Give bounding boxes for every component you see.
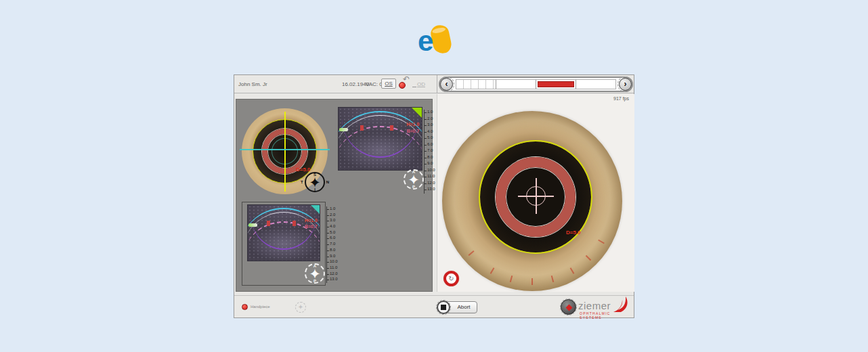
rim-ink-mark	[531, 278, 533, 285]
od-eye-button[interactable]: OD	[417, 81, 425, 87]
topbar-divider	[437, 75, 437, 93]
replay-record-button[interactable]: ↻	[443, 271, 459, 286]
top-bar: John Sm. Jr 16.02.1940 VAC: 0.28 OS ↶ OD…	[234, 75, 634, 93]
record-diamond-icon	[566, 305, 573, 311]
os-eye-button[interactable]: OS	[381, 79, 396, 89]
crosshair-circle	[526, 186, 546, 206]
ziemer-logo-text: ziemer	[578, 300, 611, 311]
ruler-tick-label: 2.0	[327, 213, 339, 219]
eye-switch-button[interactable]: ↶	[397, 76, 412, 91]
ruler-tick-label: 4.0	[425, 129, 436, 136]
progress-track	[456, 79, 616, 89]
instrument-marker	[339, 128, 348, 131]
ruler-tick-label: 5.0	[425, 135, 436, 142]
compass-letter: A	[306, 264, 324, 268]
bed-label: B=0.7	[406, 129, 419, 133]
patient-name: John Sm. Jr	[238, 81, 267, 87]
ruler-tick-label: 6.0	[327, 236, 339, 242]
live-view-panel: 917 fps D=5.0 ↻	[437, 94, 634, 292]
ruler-tick-label: 3.0	[425, 123, 436, 129]
next-step-button[interactable]: ›	[619, 78, 632, 91]
ruler-tick-label: 13.0	[425, 187, 436, 194]
fps-readout: 917 fps	[613, 96, 629, 101]
ruler-tick-label: 13.0	[327, 277, 339, 283]
compass-letter: N	[326, 180, 329, 184]
app-window: John Sm. Jr 16.02.1940 VAC: 0.28 OS ↶ OD…	[234, 74, 634, 318]
bottom-bar: Handpiece ✦ Abort ziemer OPHTHALMIC SYST…	[234, 295, 634, 317]
scan-orientation-compass-icon: ✦ A P	[305, 263, 325, 284]
compass-letter: P	[306, 279, 324, 283]
progress-segment-active	[536, 80, 576, 89]
ruler-tick-label: 8.0	[327, 248, 339, 254]
compass-letter: A	[405, 170, 422, 174]
cut-edge-marker	[360, 125, 364, 131]
cut-edge-marker	[390, 125, 393, 131]
ruler-tick-label: 7.0	[327, 242, 339, 248]
hinge-label: H=1.0	[305, 218, 318, 223]
hinge-label: H=1.0	[406, 122, 419, 127]
ruler-tick-label: 12.0	[425, 181, 436, 188]
ruler-tick-label: 12.0	[327, 271, 339, 278]
cut-edge-marker	[292, 221, 296, 226]
ruler-tick-label: 9.0	[327, 254, 339, 260]
corner-flag-icon	[412, 108, 422, 118]
horizontal-axis-overlay	[240, 149, 330, 150]
stop-icon[interactable]	[437, 301, 450, 314]
ruler-tick-label: 9.0	[425, 161, 436, 168]
progress-active-fill	[538, 81, 574, 87]
corner-flag-icon	[311, 205, 320, 214]
previous-step-button[interactable]: ‹	[440, 78, 453, 91]
progress-segment	[496, 80, 536, 89]
page-background: e John Sm. Jr 16.02.1940 VAC: 0.28 OS ↶ …	[0, 0, 868, 352]
depth-ruler: 1.02.03.04.05.06.07.08.09.010.011.012.01…	[326, 206, 339, 283]
compass-letter: P	[405, 185, 422, 189]
bed-label: B=0.7	[305, 224, 318, 229]
compass-letter: S	[306, 173, 324, 177]
eye-live-video: D=5.0	[442, 111, 622, 291]
oct-scan-bottom-frame: H=1.0 B=0.7 ✦ A P	[242, 202, 326, 286]
depth-ruler: 1.02.03.04.05.06.07.08.09.010.011.012.01…	[424, 110, 436, 194]
ruler-tick-label: 10.0	[327, 259, 339, 265]
ruler-tick-label: 11.0	[425, 174, 436, 181]
ruler-tick-label: 8.0	[425, 155, 436, 162]
overview-panel: D=5.0 ✦ S N I T H=1.0 B=0.7	[236, 99, 433, 292]
ruler-tick-label: 5.0	[327, 230, 339, 236]
ruler-tick-label: 6.0	[425, 142, 436, 149]
progress-segment	[576, 80, 615, 89]
ruler-tick-label: 10.0	[425, 168, 436, 175]
ruler-tick-label: 11.0	[327, 265, 339, 271]
camera-button[interactable]	[561, 299, 576, 315]
instrument-marker	[248, 223, 257, 227]
diameter-label: D=5.0	[296, 167, 311, 173]
oct-scan-top: H=1.0 B=0.7	[338, 107, 422, 171]
ruler-tick-label: 4.0	[327, 224, 339, 230]
diameter-label: D=5.0	[566, 229, 581, 236]
ruler-tick-label: 7.0	[425, 148, 436, 155]
scan-orientation-compass-icon: ✦ A P	[404, 169, 424, 190]
status-label: Handpiece	[251, 305, 270, 309]
progress-segment	[456, 80, 496, 89]
compass-letter: I	[306, 188, 324, 192]
compass-letter: T	[301, 180, 303, 184]
orientation-compass-icon: ✦ S N I T	[305, 172, 325, 192]
red-eye-icon	[399, 82, 406, 89]
stop-square	[441, 305, 446, 310]
ruler-tick-label: 1.0	[425, 110, 436, 116]
ep-brand-logo: e	[418, 24, 454, 58]
oct-scan-bottom: H=1.0 B=0.7	[247, 204, 320, 261]
ruler-tick-label: 2.0	[425, 116, 436, 123]
cut-edge-marker	[267, 221, 270, 226]
logo-letter: e	[418, 27, 433, 56]
procedure-progress-bar: ‹ ›	[439, 76, 633, 92]
divider-dash	[412, 87, 416, 87]
inactive-compass-icon: ✦	[295, 302, 306, 313]
ruler-tick-label: 1.0	[327, 206, 339, 213]
ruler-tick-label: 3.0	[327, 218, 339, 224]
status-led-icon	[242, 304, 248, 310]
ziemer-swoosh-icon	[611, 294, 630, 317]
vertical-axis-overlay	[284, 112, 286, 192]
